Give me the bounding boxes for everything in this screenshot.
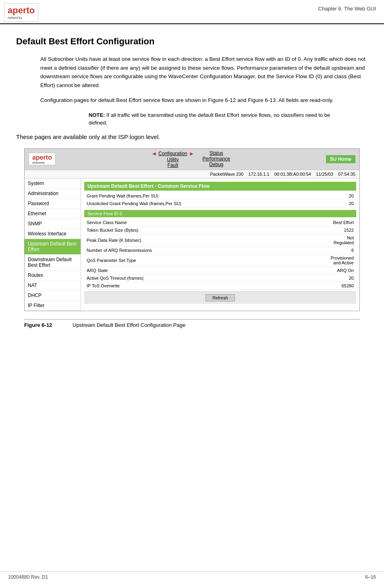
paragraph-2: Configuration pages for default Best Eff… [40,96,368,105]
page-header: aperto networks Chapter 6. The Web GUI [0,0,384,24]
flow-row-4-label: QoS Parameter Set Type [84,254,278,266]
nav-status[interactable]: Status [210,150,223,156]
sidebar-item-dhcp[interactable]: DHCP [25,291,81,301]
flow-row-6-value: 20 [278,274,356,282]
flow-row-4-value: Provisionedand Active [278,254,356,266]
flow-row-5-value: ARQ On [278,266,356,274]
sidebar-item-routes[interactable]: Routes [25,270,81,280]
sidebar-item-wireless[interactable]: Wireless Interface [25,229,81,239]
ss-logo-sub: networks [32,161,52,164]
common-row-1-label: Unsolicited Grant Pending Wait (frames,P… [84,199,332,207]
sub-header: Service Flow ID 0 [84,210,356,217]
ss-logo: aperto networks [29,153,56,165]
available-text: These pages are available only at the IS… [16,133,368,140]
nav-debug[interactable]: Debug [209,162,223,167]
table-row: ARQ State ARQ On [84,266,356,274]
ss-main: Upstream Default Best Effort - Common Se… [81,179,359,311]
common-table: Grant Pending Wait (frames,Per SU) 20 Un… [84,192,356,208]
ss-body: System Administration Password Ethernet … [25,179,359,311]
su-home-button[interactable]: SU Home [326,155,355,163]
refresh-bar: Refresh [84,291,356,304]
footer-left: 10004880 Rev. D1 [8,574,48,580]
page-content: Default Best Effort Configuration All Su… [0,24,384,344]
ss-devicebar: PacketWave 230 172.16.1.1 00:01:3B:A0:00… [25,170,359,179]
flow-row-7-label: IP ToS Overwrite [84,282,278,289]
device-mac: 00:01:3B:A0:00:54 [274,172,311,177]
chapter-heading: Chapter 6. The Web GUI [318,3,376,12]
flow-row-1-label: Token Bucket Size (Bytes) [84,226,278,234]
flow-row-0-label: Service Class Name [84,219,278,226]
nav-performance[interactable]: Performance [202,156,230,162]
common-row-0-label: Grant Pending Wait (frames,Per SU) [84,192,332,200]
flow-row-5-label: ARQ State [84,266,278,274]
nav-utility[interactable]: Utility [167,157,179,162]
sidebar-item-system[interactable]: System [25,179,81,189]
sidebar-item-administration[interactable]: Administration [25,189,81,199]
flow-row-6-label: Active QoS Timeout (frames) [84,274,278,282]
logo-area: aperto networks [4,3,38,22]
sidebar-item-ethernet[interactable]: Ethernet [25,209,81,219]
logo-aperto: aperto [8,5,35,15]
logo-networks: networks [8,16,35,20]
nav-config: ◄ Configuration ► [151,150,194,157]
flow-row-3-value: 6 [278,246,356,254]
sidebar-item-nat[interactable]: NAT [25,280,81,291]
device-time: 07:54:35 [338,172,355,177]
flow-row-0-value: Best Effort [278,219,356,226]
page-title: Default Best Effort Configuration [16,36,368,47]
device-model: PacketWave 230 [210,172,244,177]
table-row: Grant Pending Wait (frames,Per SU) 20 [84,192,356,200]
note-text: If all traffic will be transmitted using… [89,112,330,126]
nav-fault[interactable]: Fault [168,162,179,168]
ss-sidebar: System Administration Password Ethernet … [25,179,81,311]
table-row: Token Bucket Size (Bytes) 1522 [84,226,356,234]
figure-caption-text: Upstream Default Best Effort Configurati… [73,322,185,328]
device-date: 11/25/03 [316,172,333,177]
screenshot-frame: aperto networks ◄ Configuration ► Utilit… [24,148,360,311]
ss-nav: ◄ Configuration ► Utility Fault Status P… [151,150,230,168]
refresh-button[interactable]: Refresh [205,294,235,301]
table-row: Active QoS Timeout (frames) 20 [84,274,356,282]
table-row: IP ToS Overwrite 65280 [84,282,356,289]
flow-row-1-value: 1522 [278,226,356,234]
ss-topbar: aperto networks ◄ Configuration ► Utilit… [25,149,359,170]
flow-row-3-label: Number of ARQ Retransmissions [84,246,278,254]
sidebar-item-downstream[interactable]: Downstream Default Best Effort [25,255,81,270]
flow-table: Service Class Name Best Effort Token Buc… [84,219,356,290]
nav-group-left: ◄ Configuration ► Utility Fault [151,150,194,168]
device-ip: 172.16.1.1 [249,172,270,177]
table-row: Unsolicited Grant Pending Wait (frames,P… [84,199,356,207]
page-footer: 10004880 Rev. D1 6–16 [0,571,384,580]
common-row-0-value: 20 [332,192,356,200]
paragraph-1: All Subscriber Units have at least one s… [40,55,368,89]
sidebar-item-snmp[interactable]: SNMP [25,219,81,229]
flow-row-7-value: 65280 [278,282,356,289]
nav-configuration[interactable]: Configuration [158,151,187,156]
table-row: QoS Parameter Set Type Provisionedand Ac… [84,254,356,266]
sidebar-item-upstream[interactable]: Upstream Default Best Effort [25,239,81,255]
section-header: Upstream Default Best Effort - Common Se… [84,182,356,191]
footer-right: 6–16 [365,574,376,580]
note-block: NOTE: If all traffic will be transmitted… [89,111,344,127]
table-row: Service Class Name Best Effort [84,219,356,226]
flow-row-2-value: NotRegulated [278,234,356,246]
sidebar-item-ipfilter[interactable]: IP Filter [25,301,81,311]
common-row-1-value: 20 [332,199,356,207]
figure-caption: Figure 6-12 Upstream Default Best Effort… [24,319,360,328]
table-row: Number of ARQ Retransmissions 6 [84,246,356,254]
sidebar-item-password[interactable]: Password [25,199,81,209]
note-label: NOTE: [89,112,105,118]
figure-label: Figure 6-12 [24,322,64,328]
table-row: Peak Data Rate (K bits/sec) NotRegulated [84,234,356,246]
screenshot-inner: aperto networks ◄ Configuration ► Utilit… [25,149,359,311]
arrow-left-icon: ◄ [151,150,157,157]
arrow-right-icon: ► [189,150,195,157]
logo-box: aperto networks [4,3,38,22]
nav-group-right: Status Performance Debug [202,150,230,168]
flow-row-2-label: Peak Data Rate (K bits/sec) [84,234,278,246]
ss-logo-name: aperto [32,154,52,161]
